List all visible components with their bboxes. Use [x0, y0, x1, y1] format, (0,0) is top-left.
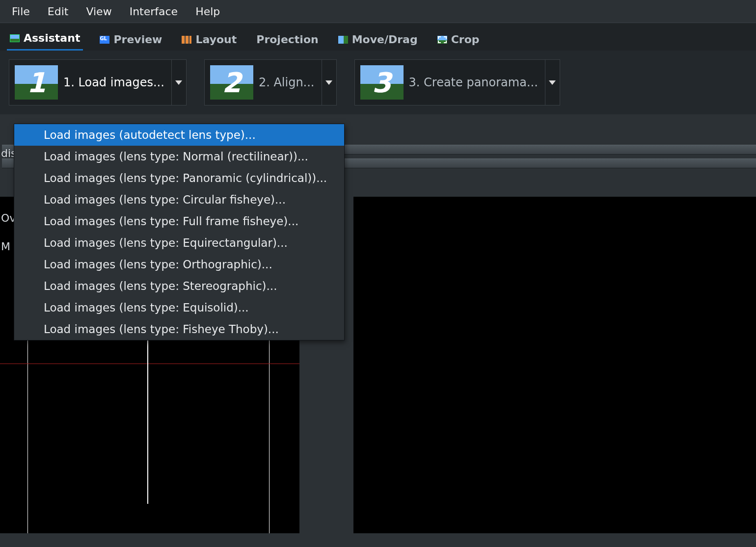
menu-view[interactable]: View: [77, 2, 120, 21]
dd-item-circular-fisheye[interactable]: Load images (lens type: Circular fisheye…: [14, 189, 344, 210]
load-images-dropdown: Load images (autodetect lens type)... Lo…: [14, 124, 345, 340]
chevron-down-icon: [325, 80, 332, 85]
step-1-dropdown-toggle[interactable]: [171, 60, 186, 105]
step-2-label: 2. Align...: [259, 76, 315, 89]
menubar: File Edit View Interface Help: [0, 0, 756, 23]
step-1-button[interactable]: 1 1. Load images...: [9, 60, 171, 105]
dd-item-cylindrical[interactable]: Load images (lens type: Panoramic (cylin…: [14, 167, 344, 189]
tab-label: Layout: [195, 33, 237, 46]
move-icon: [338, 36, 348, 44]
dd-item-stereographic[interactable]: Load images (lens type: Stereographic)..…: [14, 275, 344, 297]
chevron-down-icon: [549, 80, 556, 85]
tab-label: Crop: [451, 33, 480, 46]
steps-toolbar: 1 1. Load images... 2 2. Align... 3 3. C…: [0, 51, 756, 114]
tab-label: Assistant: [24, 32, 80, 44]
dd-item-rectilinear[interactable]: Load images (lens type: Normal (rectilin…: [14, 146, 344, 167]
label-fragment-m: M: [1, 240, 10, 253]
dd-item-fullframe-fisheye[interactable]: Load images (lens type: Full frame fishe…: [14, 210, 344, 232]
dd-item-fisheye-thoby[interactable]: Load images (lens type: Fisheye Thoby)..…: [14, 318, 344, 340]
layout-icon: [182, 36, 191, 44]
menu-file[interactable]: File: [3, 2, 39, 21]
step-2-dropdown-toggle[interactable]: [322, 60, 336, 105]
menu-edit[interactable]: Edit: [39, 2, 78, 21]
step-2-button[interactable]: 2 2. Align...: [205, 60, 322, 105]
dd-item-equirectangular[interactable]: Load images (lens type: Equirectangular)…: [14, 232, 344, 254]
guide-hline-red: [0, 364, 299, 364]
tab-preview[interactable]: GL Preview: [97, 31, 165, 51]
step-2-icon: 2: [210, 65, 254, 100]
dd-item-equisolid[interactable]: Load images (lens type: Equisolid)...: [14, 297, 344, 318]
step-3-label: 3. Create panorama...: [409, 76, 538, 89]
tab-assistant[interactable]: Assistant: [7, 30, 83, 51]
dd-item-autodetect[interactable]: Load images (autodetect lens type)...: [14, 124, 344, 146]
menu-help[interactable]: Help: [187, 2, 229, 21]
step-3-dropdown-toggle[interactable]: [545, 60, 560, 105]
step-3-icon: 3: [360, 65, 404, 100]
tab-label: Preview: [113, 33, 162, 46]
step-align: 2 2. Align...: [204, 59, 337, 105]
menu-interface[interactable]: Interface: [121, 2, 187, 21]
tab-move-drag[interactable]: Move/Drag: [335, 31, 421, 51]
step-load-images: 1 1. Load images...: [9, 59, 187, 105]
tab-layout[interactable]: Layout: [179, 31, 240, 51]
preview-canvas[interactable]: [353, 197, 756, 533]
step-3-button[interactable]: 3 3. Create panorama...: [355, 60, 545, 105]
tab-label: Move/Drag: [352, 33, 418, 46]
preview-icon: GL: [100, 36, 109, 44]
chevron-down-icon: [175, 80, 182, 85]
dd-item-orthographic[interactable]: Load images (lens type: Orthographic)...: [14, 254, 344, 275]
crop-icon: [437, 36, 447, 44]
step-create-panorama: 3 3. Create panorama...: [354, 59, 560, 105]
step-1-icon: 1: [14, 65, 58, 100]
assistant-icon: [10, 34, 20, 42]
tabbar: Assistant GL Preview Layout Projection M…: [0, 23, 756, 51]
step-1-label: 1. Load images...: [63, 76, 164, 89]
tab-label: Projection: [256, 33, 318, 46]
tab-crop[interactable]: Crop: [434, 31, 483, 51]
tab-projection[interactable]: Projection: [253, 31, 321, 51]
